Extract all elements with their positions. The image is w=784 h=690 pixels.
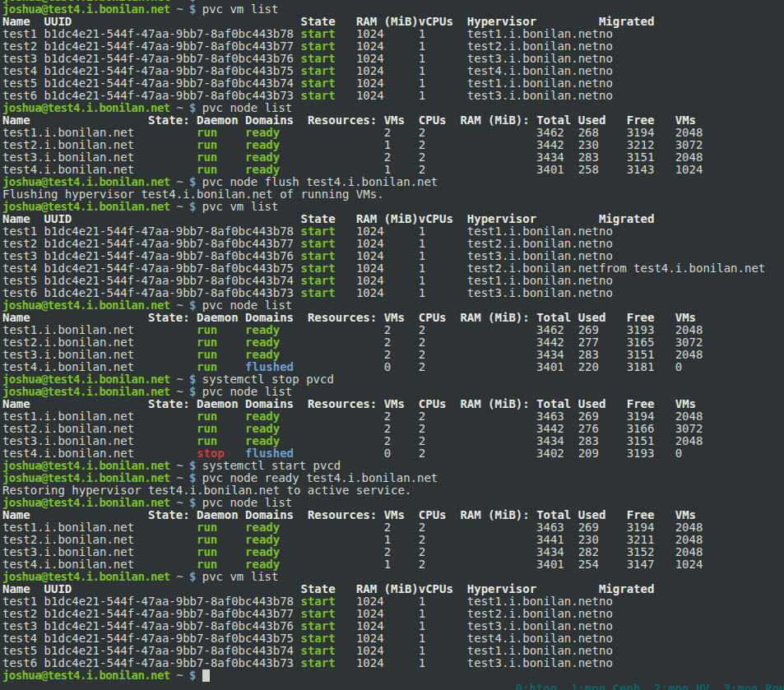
text-segment [391,447,419,460]
vm-ram-cell: 1024 [356,274,384,287]
vm-migrated-cell: no [599,656,613,669]
vm-uuid-cell: b1dc4e21-544f-47aa-9bb7-8af0bc443b73 [44,89,294,102]
node-ram-free-cell: 3211 [627,533,655,546]
text-segment [599,410,627,423]
text-segment [391,533,419,546]
node-domains-cell: ready [245,336,280,349]
text-segment [336,76,356,90]
node-column-header: CPUs [419,311,447,324]
node-vms-cell: 2 [384,336,391,349]
text-segment [336,607,356,620]
text-segment [425,644,467,657]
vm-state-cell: start [300,27,335,40]
vm-table-row: test4 b1dc4e21-544f-47aa-9bb7-8af0bc443b… [2,65,765,77]
node-column-header: RAM (MiB): [460,508,529,521]
node-ram-vms-cell: 2048 [675,434,703,447]
vm-hypervisor-cell: test1.i.bonilan.net [467,225,599,238]
text-segment [571,508,578,521]
vm-uuid-cell: b1dc4e21-544f-47aa-9bb7-8af0bc443b77 [44,39,294,53]
vm-vcpus-cell: 1 [419,286,425,299]
vm-column-header: Hypervisor [467,212,536,225]
node-column-header: State: [148,508,190,521]
text-segment [190,311,197,324]
text-segment [654,360,675,373]
text-segment [599,434,627,447]
cursor[interactable] [202,669,210,682]
prompt-symbol: $ [189,175,202,188]
vm-column-header: RAM (MiB) [356,582,419,595]
text-segment [599,151,627,164]
prompt-user-host: joshua@test4.i.bonilan.net [2,299,170,312]
text-segment [37,632,44,645]
command-text: pvc node list [202,101,293,114]
vm-state-cell: start [300,656,335,669]
text-segment [654,521,675,534]
vm-name-cell: test2 [2,607,37,620]
tmux-window-item[interactable]: 1:mon Ceph [571,682,640,690]
text-segment [37,595,44,608]
vm-column-header: vCPUs [419,15,453,28]
vm-table-row: test5 b1dc4e21-544f-47aa-9bb7-8af0bc443b… [2,645,765,657]
terminal-window[interactable]: joshua@test4.i.bonilan.net ~ $ joshua@te… [0,0,784,690]
vm-hypervisor-cell: test2.i.bonilan.net [467,237,599,250]
text-segment [599,126,627,139]
text-segment [654,508,675,521]
node-ram-free-cell: 3143 [627,163,655,176]
vm-migrated-cell: no [599,619,613,632]
text-segment [530,311,536,324]
text-segment [425,422,536,435]
text-segment [134,545,197,558]
text-segment [425,64,467,77]
node-table-row: test3.i.bonilan.net run ready 2 2 3434 2… [2,349,765,361]
node-ram-free-cell: 3212 [627,138,655,151]
vm-state-cell: start [300,39,335,53]
text-segment [72,15,300,28]
node-ram-vms-cell: 0 [675,360,682,373]
tmux-window-item[interactable]: 0:htop [516,682,558,690]
tmux-window-item[interactable]: 3:mon Router [724,682,784,690]
vm-vcpus-cell: 1 [419,76,425,90]
vm-column-header: Name [2,582,30,595]
text-segment [134,434,197,447]
text-segment [571,397,578,410]
vm-hypervisor-cell: test1.i.bonilan.net [467,27,599,40]
node-ram-vms-cell: 3072 [675,138,703,151]
vm-vcpus-cell: 1 [419,274,425,287]
text-segment [599,447,627,460]
prompt-cwd: ~ [170,496,190,509]
command-text: pvc node list [202,496,293,509]
text-segment [336,595,356,608]
node-cpus-cell: 2 [419,323,425,336]
node-ram-free-cell: 3181 [627,360,655,373]
node-table-row: test4.i.bonilan.net stop flushed 0 2 340… [2,447,765,460]
node-name-cell: test4.i.bonilan.net [2,558,134,571]
text-segment [30,397,148,410]
tmux-window-item[interactable]: 2:mon HV [654,682,709,690]
node-vms-cell: 2 [384,422,391,435]
node-column-header: Used [578,113,606,127]
node-table-row: test3.i.bonilan.net run ready 2 2 3434 2… [2,435,765,447]
text-segment [280,348,383,361]
text-segment [425,632,467,645]
text-segment [599,521,627,534]
prompt-line: joshua@test4.i.bonilan.net ~ $ systemctl… [2,460,765,472]
node-ram-used-cell: 283 [578,151,599,164]
text-segment [391,422,419,435]
vm-uuid-cell: b1dc4e21-544f-47aa-9bb7-8af0bc443b74 [44,76,294,90]
node-ram-used-cell: 283 [578,348,599,361]
text-segment [336,225,356,238]
text-segment [654,323,675,336]
vm-migrated-cell: no [599,286,613,299]
node-daemon-cell: run [197,348,217,361]
text-segment [654,113,675,127]
text-segment [425,656,467,669]
node-column-header: VMs [675,397,696,410]
prompt-user-host: joshua@test4.i.bonilan.net [2,373,170,386]
node-ram-used-cell: 283 [578,434,599,447]
text-segment [405,508,419,521]
text-segment [571,113,578,127]
node-column-header: RAM (MiB): [460,311,529,324]
text-segment [134,360,197,373]
prompt-user-host: joshua@test4.i.bonilan.net [2,459,170,472]
node-column-header: CPUs [419,397,447,410]
